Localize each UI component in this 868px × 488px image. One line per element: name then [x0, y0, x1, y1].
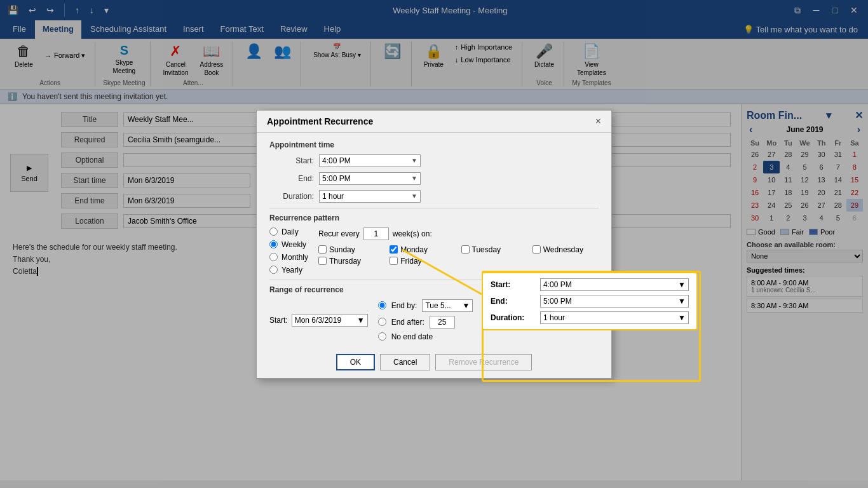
no-end-date-label: No end date [391, 332, 433, 341]
end-by-arrow: ▼ [463, 301, 470, 310]
duration-dropdown-icon: ▼ [411, 193, 417, 200]
friday-checkbox[interactable] [390, 257, 398, 265]
daily-radio[interactable] [269, 227, 278, 236]
dialog-close-button[interactable]: × [595, 116, 601, 127]
end-after-input[interactable] [430, 316, 455, 329]
end-value: 5:00 PM [322, 174, 351, 183]
end-after-radio[interactable] [378, 318, 386, 326]
thursday-checkbox[interactable] [318, 257, 327, 265]
end-dropdown-icon: ▼ [411, 175, 417, 182]
yearly-radio[interactable] [269, 266, 278, 274]
dialog-title-bar: Appointment Recurrence × [257, 111, 611, 133]
end-by-select[interactable]: Tue 5... ▼ [422, 299, 473, 312]
dialog-wrapper: Appointment Recurrence × Appointment tim… [256, 110, 612, 379]
monthly-radio-label[interactable]: Monthly [269, 253, 308, 262]
sunday-check-label[interactable]: Sunday [318, 245, 384, 254]
duration-label: Duration: [269, 192, 314, 201]
recur-every-row: Recur every week(s) on: [318, 227, 599, 240]
divider-2 [269, 280, 599, 280]
sunday-label: Sunday [329, 245, 355, 254]
no-end-date-row: No end date [378, 332, 473, 341]
monday-check-label[interactable]: Monday [390, 245, 456, 254]
range-end-options: End by: Tue 5... ▼ End after: [378, 299, 473, 341]
range-start-arrow: ▼ [357, 316, 365, 325]
yearly-label: Yearly [281, 266, 302, 274]
range-section-title: Range of recurrence [269, 285, 599, 294]
thursday-check-label[interactable]: Thursday [318, 257, 384, 266]
recur-every-label: Recur every [318, 229, 360, 238]
range-start-value: Mon 6/3/2019 [295, 316, 341, 325]
no-end-date-radio[interactable] [378, 332, 386, 341]
appointment-recurrence-dialog: Appointment Recurrence × Appointment tim… [256, 110, 612, 379]
weekly-radio[interactable] [269, 240, 278, 248]
wednesday-label: Wednesday [543, 245, 583, 254]
recur-every-input[interactable] [363, 227, 389, 240]
monday-checkbox[interactable] [390, 245, 398, 254]
end-select[interactable]: 5:00 PM ▼ [319, 172, 421, 185]
wednesday-checkbox[interactable] [532, 245, 541, 254]
friday-label: Friday [400, 257, 421, 266]
weekly-label: Weekly [281, 240, 306, 249]
yearly-radio-label[interactable]: Yearly [269, 266, 308, 274]
monday-label: Monday [400, 245, 428, 254]
start-value: 4:00 PM [322, 156, 351, 165]
appointment-time-section: Appointment time [269, 140, 599, 149]
thursday-label: Thursday [329, 257, 361, 266]
dialog-footer: OK Cancel Remove Recurrence [257, 349, 611, 378]
callout-start-arrow: ▼ [678, 280, 686, 289]
pattern-right: Recur every week(s) on: Sunday Mon [318, 227, 599, 274]
range-start-select[interactable]: Mon 6/3/2019 ▼ [292, 314, 368, 327]
tuesday-check-label[interactable]: Tuesday [461, 245, 527, 254]
end-by-radio[interactable] [378, 301, 386, 309]
daily-radio-label[interactable]: Daily [269, 227, 308, 236]
end-by-label: End by: [391, 301, 417, 310]
weekly-radio-label[interactable]: Weekly [269, 240, 308, 249]
end-by-value: Tue 5... [425, 301, 451, 310]
dialog-overlay: Appointment Recurrence × Appointment tim… [0, 0, 868, 488]
wednesday-check-label[interactable]: Wednesday [532, 245, 599, 254]
monthly-radio[interactable] [269, 253, 278, 261]
range-start-row: Start: Mon 6/3/2019 ▼ [269, 299, 368, 341]
recurrence-section-title: Recurrence pattern [269, 214, 599, 222]
duration-row: Duration: 1 hour ▼ [269, 190, 599, 203]
end-after-row: End after: [378, 316, 473, 329]
dialog-body: Appointment time Start: 4:00 PM ▼ End: 5… [257, 133, 611, 349]
callout-end-arrow: ▼ [678, 297, 686, 306]
tuesday-checkbox[interactable] [461, 245, 470, 254]
recurrence-pattern: Daily Weekly Monthly Yearly [269, 227, 599, 274]
days-grid: Sunday Monday Tuesday [318, 245, 599, 266]
end-label: End: [269, 174, 314, 183]
callout-duration-arrow: ▼ [678, 313, 686, 322]
start-select[interactable]: 4:00 PM ▼ [319, 154, 421, 167]
cancel-button[interactable]: Cancel [380, 354, 430, 370]
duration-value: 1 hour [322, 192, 344, 201]
pattern-options: Daily Weekly Monthly Yearly [269, 227, 308, 274]
monthly-label: Monthly [281, 253, 308, 262]
divider-1 [269, 208, 599, 208]
recur-week-label: week(s) on: [393, 229, 432, 238]
end-row: End: 5:00 PM ▼ [269, 172, 599, 185]
remove-recurrence-button[interactable]: Remove Recurrence [435, 354, 532, 370]
sunday-checkbox[interactable] [318, 245, 327, 254]
start-label: Start: [269, 156, 314, 165]
ok-button[interactable]: OK [336, 354, 375, 370]
end-by-row: End by: Tue 5... ▼ [378, 299, 473, 312]
start-row: Start: 4:00 PM ▼ [269, 154, 599, 167]
daily-label: Daily [281, 227, 299, 236]
end-after-label: End after: [391, 318, 424, 327]
range-start-label: Start: [269, 316, 288, 325]
start-dropdown-icon: ▼ [411, 157, 417, 164]
friday-check-label[interactable]: Friday [390, 257, 456, 266]
duration-select[interactable]: 1 hour ▼ [319, 190, 421, 203]
dialog-title: Appointment Recurrence [267, 116, 373, 126]
range-content: Start: Mon 6/3/2019 ▼ End by: Tue 5... [269, 299, 599, 341]
tuesday-label: Tuesday [472, 245, 501, 254]
